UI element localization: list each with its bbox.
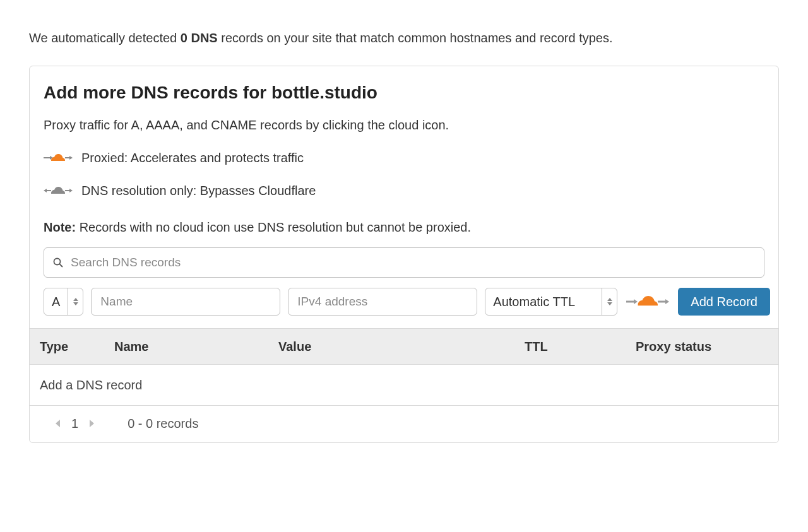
th-type: Type bbox=[40, 338, 114, 355]
svg-marker-11 bbox=[634, 299, 638, 304]
svg-marker-5 bbox=[44, 189, 47, 192]
note-label: Note: bbox=[44, 220, 76, 234]
svg-marker-3 bbox=[69, 156, 73, 160]
record-value-input[interactable] bbox=[297, 288, 468, 315]
records-count-text: 0 - 0 records bbox=[128, 415, 198, 432]
pagination: 1 bbox=[55, 415, 95, 432]
ttl-select[interactable]: Automatic TTL bbox=[485, 288, 617, 316]
add-record-button[interactable]: Add Record bbox=[678, 288, 770, 316]
note-row: Note: Records with no cloud icon use DNS… bbox=[44, 218, 764, 236]
th-name: Name bbox=[114, 338, 278, 355]
intro-suffix: records on your site that match common h… bbox=[218, 31, 613, 45]
record-type-value: A bbox=[44, 288, 68, 315]
intro-text: We automatically detected 0 DNS records … bbox=[29, 29, 779, 47]
table-footer: 1 0 - 0 records bbox=[44, 406, 764, 434]
ttl-value: Automatic TTL bbox=[485, 288, 602, 315]
add-record-form-row: A Automatic TTL bbox=[44, 288, 764, 316]
th-ttl: TTL bbox=[525, 338, 636, 355]
chevron-down-icon bbox=[607, 302, 612, 305]
pager-prev-button[interactable] bbox=[55, 420, 60, 427]
records-table-header: Type Name Value TTL Proxy status bbox=[30, 328, 778, 365]
pager-next-button[interactable] bbox=[90, 420, 95, 427]
search-wrapper[interactable] bbox=[44, 247, 764, 278]
legend-dnsonly: DNS resolution only: Bypasses Cloudflare bbox=[44, 182, 764, 199]
chevron-down-icon bbox=[73, 302, 78, 305]
card-subtext: Proxy traffic for A, AAAA, and CNAME rec… bbox=[44, 116, 764, 134]
chevron-up-icon bbox=[73, 298, 78, 301]
svg-point-8 bbox=[54, 259, 61, 265]
ttl-stepper[interactable] bbox=[602, 288, 617, 315]
record-type-select[interactable]: A bbox=[44, 288, 83, 316]
record-name-input[interactable] bbox=[100, 288, 271, 315]
intro-bold: 0 DNS bbox=[181, 31, 218, 45]
dns-records-card: Add more DNS records for bottle.studio P… bbox=[29, 66, 779, 443]
proxy-status-toggle[interactable] bbox=[625, 293, 670, 310]
th-value: Value bbox=[278, 338, 525, 355]
pager-current-page: 1 bbox=[71, 415, 78, 432]
chevron-left-icon bbox=[55, 420, 60, 427]
cloud-proxied-icon bbox=[44, 151, 73, 165]
cloud-dnsonly-icon bbox=[44, 184, 73, 198]
svg-marker-15 bbox=[90, 420, 94, 427]
records-table-body: Add a DNS record bbox=[30, 365, 778, 406]
svg-marker-7 bbox=[69, 189, 73, 192]
intro-prefix: We automatically detected bbox=[29, 31, 181, 45]
legend-proxied: Proxied: Accelerates and protects traffi… bbox=[44, 149, 764, 167]
legend-dnsonly-text: DNS resolution only: Bypasses Cloudflare bbox=[81, 182, 316, 199]
search-input[interactable] bbox=[71, 248, 755, 277]
record-type-stepper[interactable] bbox=[68, 288, 83, 315]
svg-line-9 bbox=[59, 264, 62, 267]
th-proxy: Proxy status bbox=[636, 338, 768, 355]
empty-state-text: Add a DNS record bbox=[30, 365, 778, 405]
search-icon bbox=[53, 257, 63, 268]
chevron-up-icon bbox=[607, 298, 612, 301]
card-title: Add more DNS records for bottle.studio bbox=[44, 80, 764, 105]
chevron-right-icon bbox=[90, 420, 95, 427]
record-name-wrapper[interactable] bbox=[91, 288, 280, 316]
svg-marker-14 bbox=[56, 420, 60, 427]
legend-proxied-text: Proxied: Accelerates and protects traffi… bbox=[81, 149, 304, 167]
record-value-wrapper[interactable] bbox=[288, 288, 477, 316]
note-text: Records with no cloud icon use DNS resol… bbox=[76, 220, 471, 234]
svg-marker-13 bbox=[665, 299, 669, 304]
